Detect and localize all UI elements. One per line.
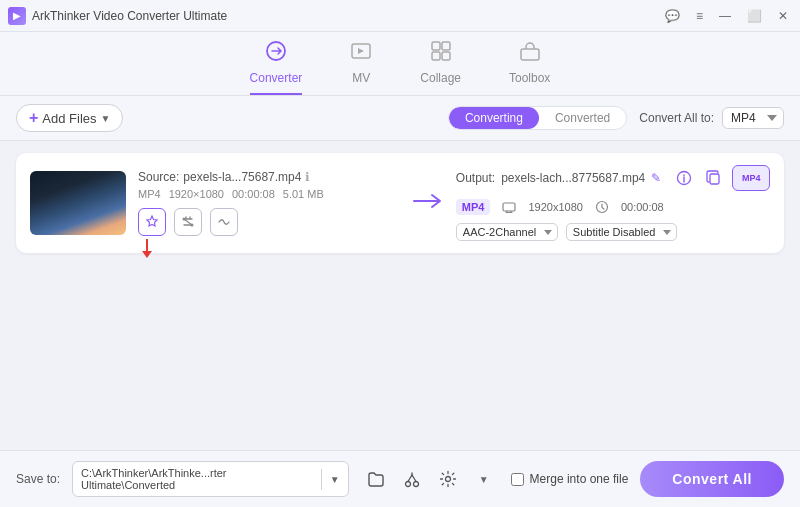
tab-switcher: Converting Converted <box>448 106 627 130</box>
merge-button[interactable] <box>210 208 238 236</box>
effects-button[interactable] <box>138 208 166 236</box>
svg-rect-14 <box>503 203 515 211</box>
bottom-bar: Save to: C:\ArkThinker\ArkThinke...rter … <box>0 450 800 507</box>
copy-icon[interactable] <box>702 166 726 190</box>
convert-arrow <box>412 191 444 216</box>
tab-converter[interactable]: Converter <box>250 40 303 95</box>
save-to-label: Save to: <box>16 472 60 486</box>
add-files-dropdown-icon[interactable]: ▼ <box>101 113 111 124</box>
output-filename: pexels-lach...8775687.mp4 <box>501 171 645 185</box>
clock-icon <box>595 200 609 214</box>
source-info: Source: pexels-la...75687.mp4 ℹ <box>138 170 400 184</box>
tab-converter-label: Converter <box>250 71 303 85</box>
save-path-dropdown[interactable]: ▼ <box>321 469 348 490</box>
merge-label[interactable]: Merge into one file <box>530 472 629 486</box>
menu-icon[interactable]: ≡ <box>692 7 707 25</box>
nav-tabs: Converter MV Collage Toolb <box>0 32 800 96</box>
thumbnail-image <box>30 171 126 235</box>
convert-all-button[interactable]: Convert All <box>640 461 784 497</box>
audio-select[interactable]: AAC-2Channel <box>456 223 558 241</box>
tab-collage[interactable]: Collage <box>420 40 461 95</box>
svg-rect-6 <box>521 49 539 60</box>
tab-collage-label: Collage <box>420 71 461 85</box>
content-area: Source: pexels-la...75687.mp4 ℹ MP4 1920… <box>0 141 800 450</box>
svg-text:MP4: MP4 <box>742 173 761 183</box>
output-duration: 00:00:08 <box>621 201 664 213</box>
app-icon: ▶ <box>8 7 26 25</box>
collage-icon <box>430 40 452 67</box>
app-title: ArkThinker Video Converter Ultimate <box>32 9 227 23</box>
toolbox-icon <box>519 40 541 67</box>
tab-toolbox-label: Toolbox <box>509 71 550 85</box>
chat-icon[interactable]: 💬 <box>661 7 684 25</box>
file-resolution: 1920×1080 <box>169 188 224 200</box>
merge-checkbox[interactable] <box>511 473 524 486</box>
arrow-head <box>142 251 152 258</box>
arrow-shaft <box>146 239 148 251</box>
mp4-output-badge: MP4 <box>732 165 770 191</box>
svg-rect-11 <box>710 174 719 184</box>
converter-icon <box>265 40 287 67</box>
output-section: Output: pexels-lach...8775687.mp4 ✎ <box>456 165 770 241</box>
add-files-label: Add Files <box>42 111 96 126</box>
file-card: Source: pexels-la...75687.mp4 ℹ MP4 1920… <box>16 153 784 253</box>
converting-tab[interactable]: Converting <box>449 107 539 129</box>
svg-line-9 <box>184 219 192 225</box>
file-info: Source: pexels-la...75687.mp4 ℹ MP4 1920… <box>138 170 400 236</box>
merge-checkbox-container: Merge into one file <box>511 472 629 486</box>
svg-point-16 <box>405 482 410 487</box>
close-btn[interactable]: ✕ <box>774 7 792 25</box>
titlebar: ▶ ArkThinker Video Converter Ultimate 💬 … <box>0 0 800 32</box>
svg-rect-4 <box>432 52 440 60</box>
format-select[interactable]: MP4 MOV MKV AVI <box>722 107 784 129</box>
source-label: Source: <box>138 170 179 184</box>
save-path: C:\ArkThinker\ArkThinke...rter Ultimate\… <box>72 461 349 497</box>
file-format: MP4 <box>138 188 161 200</box>
svg-rect-3 <box>442 42 450 50</box>
edit-icon[interactable]: ✎ <box>651 171 661 185</box>
bottom-icons: ▼ <box>361 464 499 494</box>
titlebar-controls[interactable]: 💬 ≡ — ⬜ ✕ <box>661 7 792 25</box>
tab-toolbox[interactable]: Toolbox <box>509 40 550 95</box>
resolution-icon <box>502 200 516 214</box>
settings-dropdown-icon[interactable]: ▼ <box>469 464 499 494</box>
source-filename: pexels-la...75687.mp4 <box>183 170 301 184</box>
trim-button[interactable] <box>174 208 202 236</box>
svg-rect-2 <box>432 42 440 50</box>
titlebar-left: ▶ ArkThinker Video Converter Ultimate <box>8 7 227 25</box>
file-duration: 00:00:08 <box>232 188 275 200</box>
output-header: Output: pexels-lach...8775687.mp4 ✎ <box>456 165 770 191</box>
svg-point-19 <box>445 477 450 482</box>
add-files-button[interactable]: + Add Files ▼ <box>16 104 123 132</box>
convert-all-to-label: Convert All to: <box>639 111 714 125</box>
output-format-badge: MP4 <box>456 199 491 215</box>
tab-mv-label: MV <box>352 71 370 85</box>
output-label: Output: <box>456 171 495 185</box>
convert-all-to: Convert All to: MP4 MOV MKV AVI <box>639 107 784 129</box>
minimize-btn[interactable]: — <box>715 7 735 25</box>
output-audio-row: AAC-2Channel Subtitle Disabled <box>456 223 770 241</box>
mv-icon <box>350 40 372 67</box>
info-icon[interactable]: ℹ <box>305 170 310 184</box>
converted-tab[interactable]: Converted <box>539 107 626 129</box>
plus-icon: + <box>29 109 38 127</box>
output-details-row: MP4 1920x1080 00:00:08 <box>456 199 770 215</box>
tab-mv[interactable]: MV <box>350 40 372 95</box>
cut-icon[interactable] <box>397 464 427 494</box>
save-path-text: C:\ArkThinker\ArkThinke...rter Ultimate\… <box>73 462 321 496</box>
output-resolution: 1920x1080 <box>528 201 582 213</box>
subtitle-select[interactable]: Subtitle Disabled <box>566 223 677 241</box>
video-thumbnail <box>30 171 126 235</box>
svg-rect-5 <box>442 52 450 60</box>
info-output-icon[interactable] <box>672 166 696 190</box>
file-meta: MP4 1920×1080 00:00:08 5.01 MB <box>138 188 400 200</box>
output-actions <box>672 166 726 190</box>
arrow-indicator <box>142 239 152 258</box>
maximize-btn[interactable]: ⬜ <box>743 7 766 25</box>
svg-point-17 <box>413 482 418 487</box>
settings-icon[interactable] <box>433 464 463 494</box>
file-actions <box>138 208 400 236</box>
file-size: 5.01 MB <box>283 188 324 200</box>
folder-icon[interactable] <box>361 464 391 494</box>
toolbar: + Add Files ▼ Converting Converted Conve… <box>0 96 800 141</box>
